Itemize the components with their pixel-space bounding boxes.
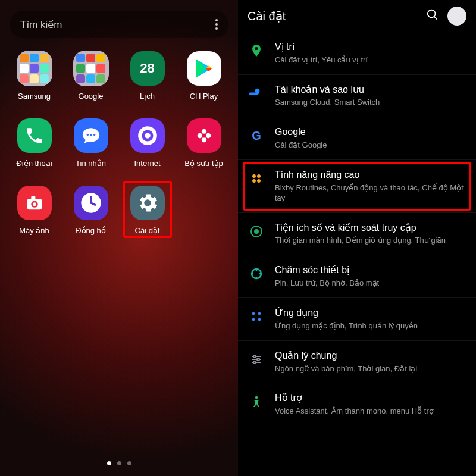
svg-point-17 [33,202,36,206]
setting-title: Google [275,126,327,139]
setting-title: Vị trí [275,41,368,54]
app-label: Google [79,92,104,101]
app-ch-play[interactable]: CH Play [176,50,232,101]
svg-point-24 [252,174,256,178]
app-label: Máy ảnh [19,226,49,235]
settings-title: Cài đặt [248,9,418,23]
wellbeing-icon [249,224,264,239]
app-label: Internet [134,159,160,168]
app-icon [16,50,53,87]
app-internet[interactable]: Internet [119,117,176,168]
setting-item-general[interactable]: Quản lý chungNgôn ngữ và bàn phím, Thời … [238,340,476,383]
svg-point-25 [257,174,261,178]
google-icon: G [249,128,264,143]
search-icon[interactable] [426,8,439,24]
setting-text: Tài khoản và sao lưuSamsung Cloud, Smart… [275,84,380,108]
app-icon [73,117,109,154]
app-label: CH Play [190,92,218,101]
profile-avatar[interactable] [447,7,466,26]
svg-point-41 [255,396,258,399]
setting-item-google[interactable]: GGoogleCài đặt Google [238,117,476,159]
devicecare-icon [249,266,264,281]
app-icon: 28 [129,50,166,87]
svg-point-27 [257,179,261,183]
setting-subtitle: Ứng dụng mặc định, Trình quản lý quyền [275,321,418,331]
svg-point-31 [252,312,255,315]
setting-subtitle: Cài đặt vị trí, Yêu cầu vị trí [275,55,368,65]
svg-marker-1 [196,60,206,77]
apps-icon [249,309,264,324]
setting-subtitle: Voice Assistant, Âm thanh mono, menu Hỗ … [275,406,434,416]
accessibility-icon [249,394,264,409]
setting-subtitle: Thời gian màn hình, Đếm giờ ứng dụng, Th… [275,236,446,246]
app-điện-thoại[interactable]: Điện thoại [6,117,62,168]
page-dot[interactable] [117,461,121,465]
app-icon [129,117,166,154]
setting-subtitle: Pin, Lưu trữ, Bộ nhớ, Bảo mật [275,278,379,289]
app-icon [186,50,223,87]
setting-title: Hỗ trợ [275,392,434,405]
setting-item-wellbeing[interactable]: Tiện ích số và kiểm soát truy cậpThời gi… [238,212,476,255]
app-icon [73,50,109,87]
app-máy-ảnh[interactable]: Máy ảnh [6,184,62,235]
page-dot[interactable] [107,461,111,465]
setting-text: Quản lý chungNgôn ngữ và bàn phím, Thời … [275,350,417,374]
setting-title: Ứng dụng [275,307,418,320]
setting-title: Chăm sóc thiết bị [275,264,379,277]
setting-text: GoogleCài đặt Google [275,126,327,151]
setting-subtitle: Ngôn ngữ và bàn phím, Thời gian, Đặt lại [275,364,417,374]
app-lịch[interactable]: 28Lịch [119,50,176,101]
svg-point-13 [205,133,211,139]
svg-point-6 [93,134,95,136]
svg-point-34 [258,318,261,321]
page-dot[interactable] [127,461,131,465]
more-options-icon[interactable] [215,19,218,30]
svg-point-12 [197,133,202,139]
svg-line-23 [434,16,437,19]
setting-title: Tiện ích số và kiểm soát truy cập [275,222,446,234]
setting-text: Tính năng nâng caoBixby Routines, Chuyển… [275,169,465,203]
svg-point-32 [258,312,261,315]
setting-title: Quản lý chung [275,350,417,362]
svg-point-9 [145,133,151,139]
svg-point-10 [201,129,206,134]
app-tin-nhắn[interactable]: Tin nhắn [62,117,119,168]
app-label: Samsung [18,92,51,101]
app-bộ-sưu-tập[interactable]: Bộ sưu tập [176,117,232,168]
app-cài-đặt[interactable]: Cài đặt [119,184,176,235]
setting-item-devicecare[interactable]: Chăm sóc thiết bịPin, Lưu trữ, Bộ nhớ, B… [238,255,476,298]
setting-text: Tiện ích số và kiểm soát truy cậpThời gi… [275,222,446,246]
search-placeholder: Tìm kiếm [20,18,62,31]
setting-subtitle: Samsung Cloud, Smart Switch [275,98,380,108]
app-label: Bộ sưu tập [184,159,223,168]
key-icon [249,86,264,101]
app-label: Điện thoại [16,159,52,168]
settings-header: Cài đặt [238,0,476,32]
app-google[interactable]: Google [62,50,119,101]
app-grid: SamsungGoogle28LịchCH PlayĐiện thoạiTin … [0,44,238,235]
advanced-icon [249,171,264,186]
svg-point-38 [253,355,256,358]
app-đồng-hồ[interactable]: Đồng hồ [62,184,119,235]
setting-title: Tính năng nâng cao [275,169,465,181]
search-bar[interactable]: Tìm kiếm [10,11,228,38]
app-label: Lịch [140,92,155,101]
svg-point-14 [202,134,206,138]
setting-item-apps[interactable]: Ứng dụngỨng dụng mặc định, Trình quản lý… [238,298,476,340]
app-icon [16,184,53,221]
setting-item-location[interactable]: Vị tríCài đặt vị trí, Yêu cầu vị trí [238,32,476,74]
app-icon [186,117,223,154]
app-samsung[interactable]: Samsung [6,50,62,101]
page-indicator[interactable] [0,461,238,465]
setting-item-advanced[interactable]: Tính năng nâng caoBixby Routines, Chuyển… [238,159,476,212]
svg-point-40 [253,361,256,364]
setting-text: Hỗ trợVoice Assistant, Âm thanh mono, me… [275,392,434,416]
svg-point-22 [428,10,436,17]
setting-item-key[interactable]: Tài khoản và sao lưuSamsung Cloud, Smart… [238,74,476,117]
svg-point-33 [252,318,255,321]
app-label: Tin nhắn [76,159,106,168]
svg-point-29 [254,229,259,234]
svg-point-11 [201,137,206,143]
setting-subtitle: Cài đặt Google [275,140,327,151]
setting-item-accessibility[interactable]: Hỗ trợVoice Assistant, Âm thanh mono, me… [238,383,476,425]
